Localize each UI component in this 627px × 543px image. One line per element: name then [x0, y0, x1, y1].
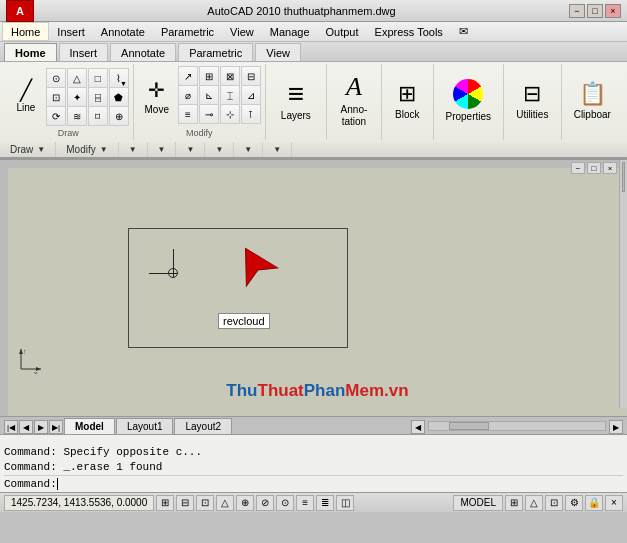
menu-home[interactable]: Home — [2, 22, 49, 41]
status-dyn-icon[interactable]: ≡ — [296, 495, 314, 511]
block-chevron: ▼ — [186, 145, 194, 154]
draw-tool-10[interactable]: ≋ — [67, 106, 87, 126]
status-grid-icon[interactable]: ⊟ — [176, 495, 194, 511]
status-vp-icon[interactable]: ⊞ — [505, 495, 523, 511]
minimize-viewport-button[interactable]: − — [571, 162, 585, 174]
close-viewport-button[interactable]: × — [603, 162, 617, 174]
utilities-collapse[interactable]: ▼ — [234, 142, 263, 157]
move-button[interactable]: ✛ Move — [137, 66, 175, 126]
status-ortho-icon[interactable]: ⊡ — [196, 495, 214, 511]
draw-tool-3[interactable]: □ — [88, 68, 108, 88]
title-controls[interactable]: − □ × — [569, 4, 621, 18]
line-button[interactable]: ╱ Line — [8, 66, 44, 126]
status-anno1-icon[interactable]: △ — [525, 495, 543, 511]
command-prompt: Command: — [4, 478, 57, 490]
clipboard-button[interactable]: 📋 Clipboar — [567, 66, 618, 134]
menu-manage[interactable]: Manage — [262, 22, 318, 41]
modify-tool-5[interactable]: ⌀ — [178, 85, 198, 105]
menu-express-tools[interactable]: Express Tools — [367, 22, 451, 41]
draw-tool-7[interactable]: ⌸ — [88, 87, 108, 107]
main-drawing-area[interactable]: − □ × revcloud — [0, 160, 627, 416]
canvas-scroll-left[interactable]: ◀ — [411, 420, 425, 434]
ribbon-tab-home[interactable]: Home — [4, 43, 57, 61]
menu-view[interactable]: View — [222, 22, 262, 41]
tab-model[interactable]: Model — [64, 418, 115, 434]
menu-output[interactable]: Output — [318, 22, 367, 41]
properties-collapse[interactable]: ▼ — [205, 142, 234, 157]
draw-tool-8[interactable]: ⬟ — [109, 87, 129, 107]
status-bar: 1425.7234, 1413.5536, 0.0000 ⊞ ⊟ ⊡ △ ⊕ ⊘… — [0, 492, 627, 512]
ribbon-tab-annotate[interactable]: Annotate — [110, 43, 176, 61]
tab-nav-prev[interactable]: ◀ — [19, 420, 33, 434]
utilities-button[interactable]: ⊟ Utilities — [509, 66, 555, 134]
restore-viewport-button[interactable]: □ — [587, 162, 601, 174]
ribbon-content: ╱ Line ⊙ △ □ ⌇▼ ⊡ ✦ ⌸ ⬟ ⟳ — [0, 62, 627, 142]
draw-tool-1[interactable]: ⊙ — [46, 68, 66, 88]
status-anno2-icon[interactable]: ⊡ — [545, 495, 563, 511]
drawing-canvas[interactable]: revcloud ↑ x ThuThuatPhanMem.vn — [8, 168, 627, 416]
layers-button[interactable]: ≡ Layers — [271, 66, 321, 134]
modify-tool-12[interactable]: ⊺ — [241, 104, 261, 124]
tab-layout1[interactable]: Layout1 — [116, 418, 174, 434]
ribbon-tab-view[interactable]: View — [255, 43, 301, 61]
draw-tool-4[interactable]: ⌇▼ — [109, 68, 129, 88]
menu-parametric[interactable]: Parametric — [153, 22, 222, 41]
status-clean-icon[interactable]: × — [605, 495, 623, 511]
draw-tool-9[interactable]: ⟳ — [46, 106, 66, 126]
status-snap-icon[interactable]: ⊞ — [156, 495, 174, 511]
minimize-button[interactable]: − — [569, 4, 585, 18]
modify-tool-10[interactable]: ⊸ — [199, 104, 219, 124]
modify-tool-1[interactable]: ↗ — [178, 66, 198, 86]
draw-tool-5[interactable]: ⊡ — [46, 87, 66, 107]
status-ducs-icon[interactable]: ⊙ — [276, 495, 294, 511]
status-otrack-icon[interactable]: ⊘ — [256, 495, 274, 511]
status-model-btn[interactable]: MODEL — [453, 495, 503, 511]
modify-tool-2[interactable]: ⊞ — [199, 66, 219, 86]
draw-tool-2[interactable]: △ — [67, 68, 87, 88]
modify-collapse[interactable]: Modify ▼ — [56, 142, 118, 157]
command-input-row[interactable]: Command: — [4, 475, 623, 490]
tab-nav-last[interactable]: ▶| — [49, 420, 63, 434]
ribbon-group-modify: ✛ Move ↗ ⊞ ⊠ ⊟ ⌀ ⊾ ⌶ ⊿ ≡ ⊸ ⊹ ⊺ — [134, 64, 266, 140]
utilities-label: Utilities — [516, 109, 548, 120]
modify-tool-6[interactable]: ⊾ — [199, 85, 219, 105]
modify-tool-4[interactable]: ⊟ — [241, 66, 261, 86]
status-lock-icon[interactable]: 🔒 — [585, 495, 603, 511]
close-button[interactable]: × — [605, 4, 621, 18]
tab-nav-first[interactable]: |◀ — [4, 420, 18, 434]
status-osnap-icon[interactable]: ⊕ — [236, 495, 254, 511]
status-ws-icon[interactable]: ⚙ — [565, 495, 583, 511]
draw-collapse[interactable]: Draw ▼ — [0, 142, 56, 157]
watermark-thuat: Thuat — [258, 381, 304, 400]
draw-tool-6[interactable]: ✦ — [67, 87, 87, 107]
vertical-scrollbar[interactable] — [619, 160, 627, 408]
modify-tool-8[interactable]: ⊿ — [241, 85, 261, 105]
status-polar-icon[interactable]: △ — [216, 495, 234, 511]
modify-tool-7[interactable]: ⌶ — [220, 85, 240, 105]
modify-tool-9[interactable]: ≡ — [178, 104, 198, 124]
ribbon-group-annotation: A Anno-tation — [327, 64, 382, 140]
menu-mail[interactable]: ✉ — [451, 22, 476, 41]
menu-insert[interactable]: Insert — [49, 22, 93, 41]
draw-tool-12[interactable]: ⊕ — [109, 106, 129, 126]
block-button[interactable]: ⊞ Block — [387, 66, 427, 134]
tab-layout2[interactable]: Layout2 — [174, 418, 232, 434]
clipboard-collapse[interactable]: ▼ — [263, 142, 292, 157]
status-lw-icon[interactable]: ≣ — [316, 495, 334, 511]
annotation-collapse[interactable]: ▼ — [148, 142, 177, 157]
menu-annotate[interactable]: Annotate — [93, 22, 153, 41]
status-tpose-icon[interactable]: ◫ — [336, 495, 354, 511]
properties-button[interactable]: Properties — [438, 66, 498, 134]
modify-tool-3[interactable]: ⊠ — [220, 66, 240, 86]
ribbon-tab-parametric[interactable]: Parametric — [178, 43, 253, 61]
maximize-button[interactable]: □ — [587, 4, 603, 18]
tab-nav-next[interactable]: ▶ — [34, 420, 48, 434]
layers-collapse[interactable]: ▼ — [119, 142, 148, 157]
draw-tool-11[interactable]: ⌑ — [88, 106, 108, 126]
ribbon-tab-insert[interactable]: Insert — [59, 43, 109, 61]
annotation-button[interactable]: A Anno-tation — [334, 66, 375, 134]
block-collapse[interactable]: ▼ — [176, 142, 205, 157]
horizontal-scrollbar[interactable] — [428, 421, 606, 431]
canvas-scroll-right[interactable]: ▶ — [609, 420, 623, 434]
modify-tool-11[interactable]: ⊹ — [220, 104, 240, 124]
